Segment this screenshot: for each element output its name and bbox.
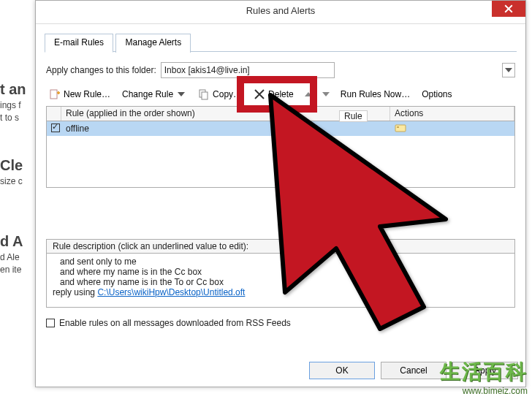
rule-row-checkbox[interactable] [47,122,61,136]
svg-rect-3 [395,125,406,132]
rule-row[interactable]: offline [47,121,514,136]
new-rule-button[interactable]: New Rule… [46,87,113,102]
delete-button[interactable]: Delete [251,87,297,102]
rule-description-line: and where my name is in the Cc box [53,267,509,277]
title-bar: Rules and Alerts [36,1,525,24]
delete-icon [254,88,265,100]
copy-icon [198,88,210,100]
options-button[interactable]: Options [419,88,455,101]
svg-rect-0 [50,90,57,99]
rss-checkbox-row[interactable]: Enable rules on all messages downloaded … [46,318,515,328]
watermark-url: www.bimeiz.com [440,386,528,396]
rss-checkbox-label: Enable rules on all messages downloaded … [59,318,291,328]
rule-row-actions [390,121,514,137]
svg-rect-2 [202,92,208,99]
tab-manage-alerts[interactable]: Manage Alerts [115,34,191,53]
rule-description-line: and sent only to me [53,256,509,267]
rule-description-box: Rule description (click an underlined va… [46,239,515,308]
rss-checkbox[interactable] [46,319,55,327]
move-down-button[interactable] [320,88,332,101]
folder-row: Apply changes to this folder: Inbox [aki… [46,62,515,78]
rule-action-icon [395,123,406,133]
background-clipped-text: t an ings f t to s Cle size c d A d Ale … [0,0,35,399]
copy-button[interactable]: Copy… [195,87,245,102]
svg-rect-4 [397,126,399,128]
rule-description-line: and where my name is in the To or Cc box [53,277,509,287]
close-button[interactable] [492,1,525,17]
watermark: 生活百科 www.bimeiz.com [440,358,528,396]
rule-description-reply-line: reply using C:\Users\wikiHpw\Desktop\Unt… [53,287,509,297]
rules-list: Rule (applied in the order shown) Action… [46,106,515,188]
ok-button[interactable]: OK [309,362,375,379]
new-rule-icon [49,88,61,100]
change-rule-button[interactable]: Change Rule [119,88,189,101]
rule-description-header: Rule description (click an underlined va… [47,240,514,254]
dialog-content: Apply changes to this folder: Inbox [aki… [36,52,525,328]
tab-strip: E-mail Rules Manage Alerts [45,33,517,52]
folder-combo-dropdown[interactable] [502,63,515,77]
rules-header-checkbox [47,107,61,121]
chevron-down-icon [176,89,186,99]
rules-header-actions: Actions [390,107,514,121]
watermark-cn: 生活百科 [440,358,528,386]
toolbar: New Rule… Change Rule Copy… Delete [46,86,515,106]
move-up-button[interactable] [303,88,314,101]
run-rules-now-button[interactable]: Run Rules Now… [338,88,413,101]
tab-email-rules[interactable]: E-mail Rules [45,34,113,53]
folder-combo[interactable]: Inbox [akis14@live.in] [161,62,335,78]
folder-combo-value: Inbox [akis14@live.in] [164,65,250,75]
rules-list-header: Rule (applied in the order shown) Action… [47,107,514,121]
folder-label: Apply changes to this folder: [46,65,156,75]
rule-template-link[interactable]: C:\Users\wikiHpw\Desktop\Untitled.oft [97,287,245,297]
cancel-button[interactable]: Cancel [381,362,446,379]
dialog-title: Rules and Alerts [36,5,525,16]
rule-hint-label: Rule [339,110,368,122]
rules-and-alerts-dialog: Rules and Alerts E-mail Rules Manage Ale… [35,0,526,387]
rule-row-name: offline [61,122,390,135]
